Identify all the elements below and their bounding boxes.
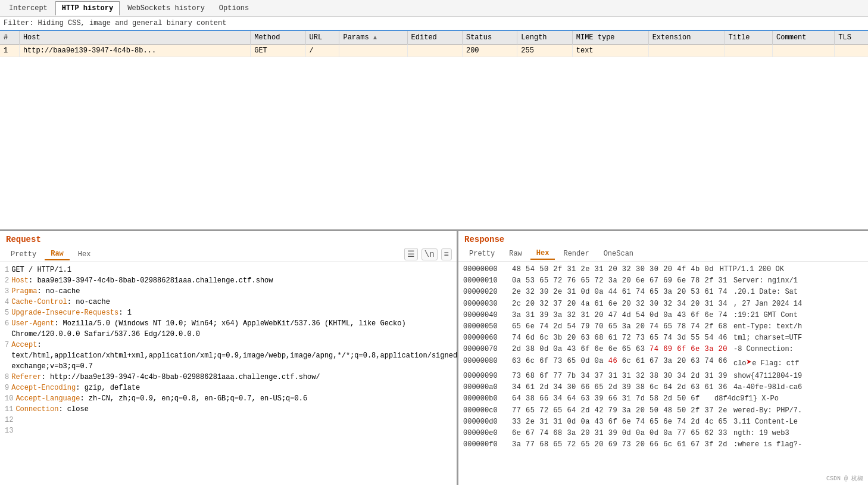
table-cell bbox=[773, 45, 835, 57]
hex-ascii: wered-By: PHP/7. bbox=[733, 405, 802, 416]
req-tab-raw[interactable]: Raw bbox=[45, 248, 70, 260]
req-line-text: User-Agent: Mozilla/5.0 (Windows NT 10.0… bbox=[11, 318, 452, 340]
req-btn-menu[interactable]: ≡ bbox=[441, 248, 452, 260]
req-tab-pretty[interactable]: Pretty bbox=[5, 249, 42, 260]
table-cell: http://baa9e139-3947-4c4b-8b... bbox=[19, 45, 250, 57]
tab-http-history[interactable]: HTTP history bbox=[55, 1, 120, 15]
hex-addr: 00000010 bbox=[463, 275, 506, 287]
hex-ascii: d8f4dc9f1} X-Po bbox=[714, 393, 779, 405]
hex-ascii: tml; charset=UTF bbox=[733, 332, 802, 344]
hex-row: 0000009073 68 6f 77 7b 34 37 31 31 32 38… bbox=[458, 371, 868, 382]
col-tls[interactable]: TLS bbox=[835, 31, 868, 45]
req-btn-list[interactable]: ☰ bbox=[404, 248, 418, 260]
hex-row: 000000a034 61 2d 34 30 66 65 2d 39 38 6c… bbox=[458, 382, 868, 393]
req-btn-newline[interactable]: \n bbox=[421, 248, 438, 260]
req-header-val: : gzip, deflate bbox=[76, 384, 140, 392]
hex-row: 0000005065 6e 74 2d 54 79 70 65 3a 20 74… bbox=[458, 321, 868, 332]
col-params[interactable]: Params ▲ bbox=[339, 31, 407, 45]
hex-bytes: 2d 38 0d 0a 43 6f 6e 6e 65 63 74 69 6f 6… bbox=[512, 344, 728, 355]
table-cell: GET bbox=[251, 45, 305, 57]
col-extension[interactable]: Extension bbox=[648, 31, 725, 45]
col-title[interactable]: Title bbox=[725, 31, 773, 45]
request-tabs: Pretty Raw Hex ☰ \n ≡ bbox=[0, 247, 457, 262]
req-line: 5Upgrade-Insecure-Requests: 1 bbox=[5, 307, 452, 318]
req-header-key: Connection bbox=[15, 405, 58, 414]
req-line: 11Connection: close bbox=[5, 404, 452, 415]
hex-addr: 000000b0 bbox=[463, 393, 506, 405]
hex-row: 000000c077 65 72 65 64 2d 42 79 3a 20 50… bbox=[458, 405, 868, 416]
arrow-icon: ➤ bbox=[747, 357, 753, 368]
hex-addr: 00000020 bbox=[463, 287, 506, 298]
request-content: 1GET / HTTP/1.12Host: baa9e139-3947-4c4b… bbox=[0, 262, 457, 485]
req-header-val: : zh-CN, zh;q=0.9, en;q=0.8, en-GB;q=0.7… bbox=[80, 394, 307, 403]
col-status[interactable]: Status bbox=[462, 31, 517, 45]
hex-addr: 00000090 bbox=[463, 371, 506, 382]
req-line: 2Host: baa9e139-3947-4c4b-8bab-029886281… bbox=[5, 275, 452, 286]
req-line: 10Accept-Language: zh-CN, zh;q=0.9, en;q… bbox=[5, 393, 452, 404]
req-header-key: Accept-Encoding bbox=[11, 384, 76, 392]
col-url[interactable]: URL bbox=[305, 31, 339, 45]
hex-highlight: 46 bbox=[608, 357, 617, 365]
hex-bytes: 48 54 50 2f 31 2e 31 20 32 30 30 20 4f 4… bbox=[512, 264, 714, 275]
req-line-num: 11 bbox=[5, 404, 13, 415]
table-cell bbox=[648, 45, 725, 57]
req-toolbar: ☰ \n ≡ bbox=[404, 248, 452, 260]
hex-row: 0000008063 6c 6f 73 65 0d 0a 46 6c 61 67… bbox=[458, 356, 868, 371]
filter-bar: Filter: Hiding CSS, image and general bi… bbox=[0, 17, 868, 31]
req-line: 3Pragma: no-cache bbox=[5, 286, 452, 297]
col-length[interactable]: Length bbox=[517, 31, 572, 45]
col-edited[interactable]: Edited bbox=[407, 31, 462, 45]
req-header-key: User-Agent bbox=[11, 319, 54, 328]
resp-tab-render[interactable]: Render bbox=[557, 248, 595, 259]
col-host[interactable]: Host bbox=[19, 31, 250, 45]
hex-highlight: 74 69 6f 6e 3a 20 bbox=[650, 345, 728, 353]
hex-ascii: .20.1 Date: Sat bbox=[733, 287, 798, 298]
hex-ascii: clo➤e Flag: ctf bbox=[733, 356, 799, 371]
hex-bytes: 6e 67 74 68 3a 20 31 39 0d 0a 0d 0a 77 6… bbox=[512, 428, 728, 439]
req-tab-hex[interactable]: Hex bbox=[72, 249, 97, 260]
req-header-key: Referer bbox=[11, 373, 41, 381]
table-cell: / bbox=[305, 45, 339, 57]
req-line-text: Host: baa9e139-3947-4c4b-8bab-029886281a… bbox=[11, 275, 273, 286]
hex-addr: 000000e0 bbox=[463, 428, 506, 439]
req-line: 8Referer: http://baa9e139-3947-4c4b-8bab… bbox=[5, 372, 452, 383]
hex-bytes: 77 65 72 65 64 2d 42 79 3a 20 50 48 50 2… bbox=[512, 405, 728, 416]
req-header-key: Upgrade-Insecure-Requests bbox=[11, 309, 118, 317]
table-cell bbox=[407, 45, 462, 57]
hex-row: 000000202e 32 30 2e 31 0d 0a 44 61 74 65… bbox=[458, 287, 868, 298]
table-cell bbox=[835, 45, 868, 57]
req-line-text: Cache-Control: no-cache bbox=[11, 297, 110, 307]
hex-row: 000000f03a 77 68 65 72 65 20 69 73 20 66… bbox=[458, 439, 868, 450]
hex-ascii: Server: nginx/1 bbox=[733, 275, 798, 287]
hex-ascii: HTTP/1.1 200 OK bbox=[720, 264, 784, 275]
tab-websockets-history[interactable]: WebSockets history bbox=[121, 1, 211, 15]
resp-tab-raw[interactable]: Raw bbox=[503, 248, 528, 259]
hex-addr: 00000000 bbox=[463, 264, 506, 275]
tab-intercept[interactable]: Intercept bbox=[2, 1, 54, 15]
hex-addr: 000000f0 bbox=[463, 439, 506, 450]
req-header-val: : 1 bbox=[118, 309, 132, 317]
hex-ascii: 4a-40fe-98ld-ca6 bbox=[733, 382, 802, 393]
hex-ascii: :where is flag?- bbox=[733, 439, 802, 450]
col-num[interactable]: # bbox=[0, 31, 19, 45]
hex-addr: 00000030 bbox=[463, 299, 506, 310]
resp-tab-onescan[interactable]: OneScan bbox=[598, 248, 639, 259]
request-title: Request bbox=[0, 231, 457, 247]
req-line-num: 4 bbox=[5, 297, 9, 307]
response-tabs: Pretty Raw Hex Render OneScan bbox=[458, 247, 868, 262]
resp-tab-hex[interactable]: Hex bbox=[530, 248, 555, 260]
table-header-row: # Host Method URL Params ▲ Edited Status… bbox=[0, 31, 868, 45]
hex-ascii: ngth: 19 web3 bbox=[733, 428, 789, 439]
table-row[interactable]: 1http://baa9e139-3947-4c4b-8b...GET/2002… bbox=[0, 45, 868, 57]
hex-addr: 00000080 bbox=[463, 356, 506, 371]
col-mime[interactable]: MIME type bbox=[572, 31, 648, 45]
resp-tab-pretty[interactable]: Pretty bbox=[463, 248, 501, 259]
tab-options[interactable]: Options bbox=[213, 1, 255, 15]
col-comment[interactable]: Comment bbox=[773, 31, 835, 45]
req-line-num: 10 bbox=[5, 393, 13, 404]
hex-ascii: 3.11 Content-Le bbox=[733, 416, 798, 428]
req-line-num: 7 bbox=[5, 340, 9, 372]
req-header-key: Accept-Language bbox=[15, 394, 80, 403]
upper-section: Filter: Hiding CSS, image and general bi… bbox=[0, 17, 868, 231]
col-method[interactable]: Method bbox=[251, 31, 305, 45]
